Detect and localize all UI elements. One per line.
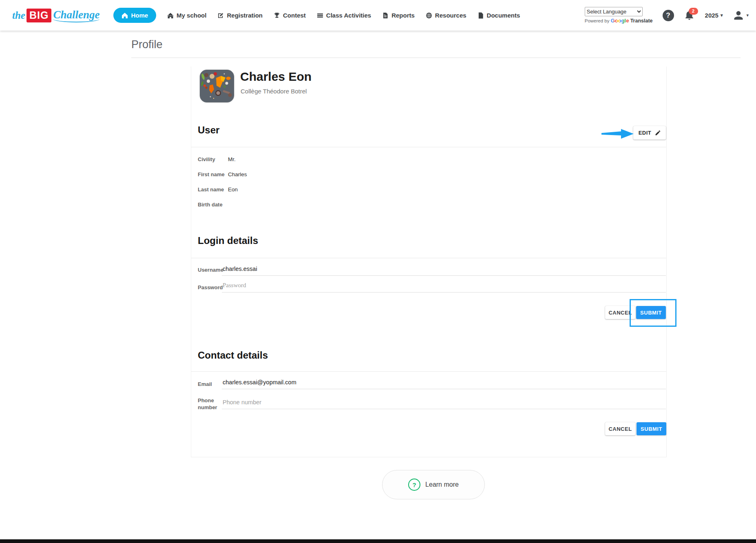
account-menu[interactable]: ▾ [732,9,749,22]
edit-square-icon [217,12,224,19]
field-label: Birth date [198,202,223,208]
field-row-first-name: First name Charles [191,171,666,179]
header-right-cluster: Select Language Powered by Google Transl… [585,7,749,24]
list-icon [317,12,323,19]
school-icon [167,12,174,19]
annotation-arrow-icon [601,128,635,140]
footer-bar [0,539,756,543]
section-divider [191,147,666,147]
profile-page: the BIG Challenge Home My school Registr… [0,0,756,543]
notification-count-badge: 2 [689,8,698,15]
section-divider [191,371,666,372]
big-challenge-logo[interactable]: the BIG Challenge [12,9,99,22]
nav-item-class-activities[interactable]: Class Activities [317,12,371,19]
email-input[interactable] [222,379,666,389]
field-row-birth-date: Birth date [191,202,666,209]
nav-item-home[interactable]: Home [113,8,156,23]
contact-submit-button[interactable]: SUBMIT [637,422,666,435]
field-value: Charles [228,171,247,177]
trophy-icon [274,12,280,19]
translate-text: Translate [630,18,653,24]
nav-item-reports[interactable]: Reports [382,12,415,19]
login-submit-button[interactable]: SUBMIT [636,306,666,319]
login-cancel-button[interactable]: CANCEL [605,306,635,319]
field-label: Civility [198,156,215,162]
email-label: Email [198,381,222,388]
nav-label: Reports [391,12,415,19]
language-select[interactable]: Select Language [585,7,643,16]
nav-label: My school [177,12,206,19]
notifications-bell-icon[interactable]: 2 [684,10,695,21]
password-input[interactable] [222,282,666,293]
section-divider [191,258,666,258]
nav-label: Contest [283,12,306,19]
chevron-down-icon: ▾ [746,13,749,18]
learn-more-button[interactable]: ? Learn more [382,470,485,499]
home-icon [122,12,128,19]
logo-text-challenge: Challenge [53,9,99,22]
nav-item-resources[interactable]: Resources [426,12,466,19]
field-row-last-name: Last name Eon [191,186,666,194]
powered-by-text: Powered by [585,18,610,23]
nav-label: Registration [227,12,263,19]
field-value: Eon [228,186,238,193]
profile-card: Charles Eon Collège Théodore Botrel User… [191,66,667,457]
nav-label: Home [131,12,148,19]
year-dropdown[interactable]: 2025 ▾ [705,12,723,19]
nav-item-registration[interactable]: Registration [217,12,263,19]
question-circle-icon: ? [408,479,420,491]
contact-section-title: Contact details [198,350,268,361]
logo-text-big: BIG [27,9,51,22]
report-file-icon [382,12,389,19]
password-label: Password [198,284,222,291]
google-logo-text: Google [611,18,629,24]
username-label: Username [198,266,222,273]
year-value: 2025 [705,12,718,19]
powered-by-google-translate: Powered by Google Translate [585,18,653,24]
field-row-civility: Civility Mr. [191,156,666,164]
profile-school: Collège Théodore Botrel [241,88,307,95]
main-nav: Home My school Registration Contest Clas… [113,8,520,23]
globe-icon [426,12,432,19]
nav-label: Documents [487,12,520,19]
login-section-title: Login details [198,235,258,246]
phone-input[interactable] [222,399,666,409]
avatar-spices-image [200,70,234,102]
user-section-title: User [198,124,219,136]
nav-label: Resources [435,12,466,19]
nav-label: Class Activities [326,12,371,19]
avatar [199,69,234,103]
profile-name: Charles Eon [240,70,312,84]
pdf-document-icon [477,12,484,19]
field-label: Last name [198,186,224,193]
help-glyph: ? [666,11,670,20]
contact-cancel-button[interactable]: CANCEL [605,422,635,435]
nav-item-contest[interactable]: Contest [274,12,306,19]
title-divider [131,58,741,58]
person-icon [732,9,745,22]
field-label: First name [198,171,225,177]
logo-text-the: the [12,10,25,21]
language-block: Select Language Powered by Google Transl… [585,7,653,24]
help-icon[interactable]: ? [663,10,674,21]
nav-item-documents[interactable]: Documents [477,12,520,19]
field-value: Mr. [228,156,236,162]
pencil-icon [655,130,661,136]
edit-button-label: EDIT [639,130,651,136]
page-title: Profile [131,38,163,51]
learn-more-label: Learn more [425,481,459,488]
top-navigation-bar: the BIG Challenge Home My school Registr… [0,0,756,31]
phone-label: Phone number [198,397,222,411]
edit-user-button[interactable]: EDIT [633,126,666,140]
nav-item-my-school[interactable]: My school [167,12,206,19]
chevron-down-icon: ▾ [721,13,723,18]
username-input[interactable] [222,266,666,276]
